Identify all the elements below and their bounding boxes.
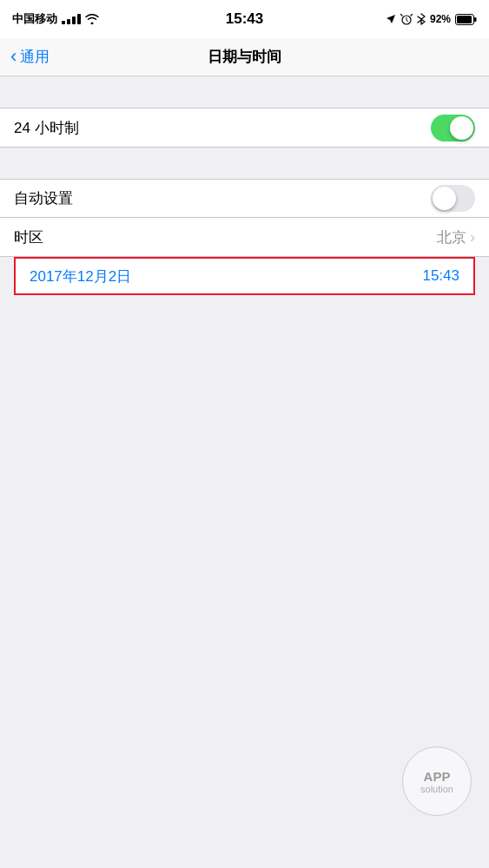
battery-percent: 92% [430,13,451,25]
back-button[interactable]: ‹ 通用 [10,47,50,67]
battery-icon [455,14,477,25]
label-timezone: 时区 [14,227,43,247]
status-left: 中国移动 [12,11,99,27]
svg-rect-2 [474,17,477,22]
toggle-knob-24h [450,116,473,140]
section-gap-2 [0,148,489,179]
date-label: 2017年12月2日 [30,266,131,286]
row-timezone[interactable]: 时区 北京 › [0,218,489,256]
back-arrow-icon: ‹ [10,47,17,66]
status-time: 15:43 [226,10,263,28]
location-icon [386,14,396,24]
back-label: 通用 [20,47,50,67]
watermark-solution: solution [420,784,453,794]
chevron-icon: › [470,228,475,247]
settings-group-1: 24 小时制 [0,108,489,148]
nav-bar: ‹ 通用 日期与时间 [0,38,489,76]
signal-icon [62,14,81,24]
timezone-value: 北京 [437,227,466,247]
label-24h: 24 小时制 [14,118,79,138]
row-auto-set: 自动设置 [0,180,489,218]
toggle-auto-set[interactable] [431,185,475,212]
wifi-icon [85,14,99,24]
label-auto-set: 自动设置 [14,188,73,208]
settings-group-2: 自动设置 时区 北京 › [0,179,489,257]
status-bar: 中国移动 15:43 92% [0,0,489,38]
time-label: 15:43 [422,267,459,285]
datetime-row[interactable]: 2017年12月2日 15:43 [14,257,475,295]
page-title: 日期与时间 [208,47,281,67]
carrier-label: 中国移动 [12,11,57,27]
watermark: APP solution [402,746,472,816]
bluetooth-icon [417,13,426,25]
alarm-icon [400,13,413,25]
svg-rect-3 [457,16,472,23]
toggle-knob-auto [433,187,456,210]
section-gap-1 [0,76,489,108]
row-24h: 24 小时制 [0,108,489,147]
status-right: 92% [386,13,477,25]
watermark-app: APP [424,769,451,784]
timezone-value-container: 北京 › [437,227,475,247]
toggle-24h[interactable] [431,115,475,141]
